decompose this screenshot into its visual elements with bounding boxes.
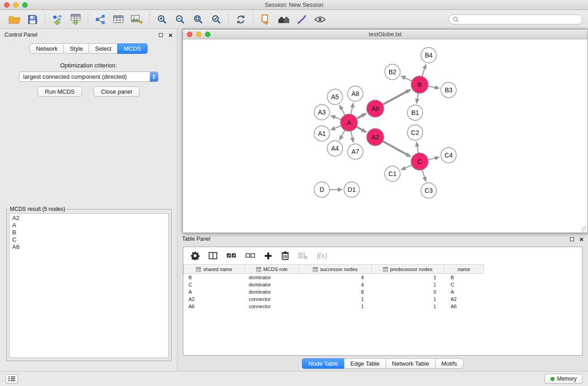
column-header-shared-name[interactable]: shared name [184,265,245,274]
open-session-button[interactable] [5,12,24,27]
add-column-button[interactable] [264,252,272,260]
table-cell[interactable]: 4 [299,274,372,281]
graph-node-B3[interactable]: B3 [441,82,456,98]
table-row[interactable]: A6connector11A6 [184,303,484,310]
run-mcds-button[interactable]: Run MCDS [38,86,82,97]
graph-node-B4[interactable]: B4 [421,48,436,63]
table-cell[interactable]: B [184,274,245,281]
zoom-in-button[interactable] [153,12,171,27]
refresh-button[interactable] [232,12,250,27]
graph-node-D[interactable]: D [314,182,330,197]
table-cell[interactable]: 1 [372,281,444,288]
graph-node-A8[interactable]: A8 [348,86,363,101]
tab-mcds[interactable]: MCDS [117,43,147,54]
table-cell[interactable]: connector [245,303,299,310]
memory-button[interactable]: Memory [545,374,583,384]
minimize-window-button[interactable] [13,2,19,8]
import-network-button[interactable] [48,12,67,27]
float-panel-icon[interactable] [159,33,163,37]
resize-grip[interactable] [581,226,587,232]
new-network-button[interactable] [91,12,110,27]
graph-node-A[interactable]: A [340,114,358,131]
column-header-predecessor-nodes[interactable]: predecessor nodes [372,265,444,274]
tab-select[interactable]: Select [89,43,118,54]
zoom-selected-button[interactable] [207,12,225,27]
table-row[interactable]: Bdominator41B [184,274,484,281]
graph-node-A3[interactable]: A3 [314,105,330,120]
table-cell[interactable]: A [184,288,245,295]
home-button[interactable] [275,12,293,27]
table-cell[interactable]: 1 [372,295,444,303]
table-cell[interactable]: C [184,281,245,288]
column-header-mcds-role[interactable]: MCDS role [245,265,299,274]
apply-layout-button[interactable] [257,12,275,27]
tab-node-table[interactable]: Node Table [302,358,344,369]
import-table-button[interactable] [67,12,85,27]
show-details-button[interactable] [311,12,329,27]
graph-node-D1[interactable]: D1 [344,182,359,197]
search-input[interactable] [461,16,578,23]
graph-node-C3[interactable]: C3 [421,183,436,198]
table-cell[interactable]: dominator [245,281,299,288]
network-minimize-button[interactable] [196,32,201,37]
table-cell[interactable]: C [444,281,484,288]
mcds-result-item[interactable]: A2 [10,214,168,222]
deselect-all-button[interactable] [245,253,255,259]
table-cell[interactable]: B [444,274,484,281]
save-session-button[interactable] [24,12,42,27]
table-cell[interactable]: 0 [372,288,444,295]
graph-node-B2[interactable]: B2 [385,64,400,80]
show-columns-button[interactable] [209,252,217,260]
table-cell[interactable]: connector [245,295,299,303]
delete-column-button[interactable] [281,251,289,260]
graph-node-A6[interactable]: A6 [367,100,384,117]
column-header-successor-nodes[interactable]: successor nodes [299,265,372,274]
tab-edge-table[interactable]: Edge Table [344,358,386,369]
show-task-history-button[interactable] [5,374,18,384]
table-cell[interactable]: dominator [245,288,299,295]
visual-styles-button[interactable] [293,12,311,27]
zoom-fit-button[interactable] [189,12,207,27]
function-builder-button[interactable]: f(x) [317,252,327,260]
graph-node-A1[interactable]: A1 [314,126,330,141]
network-maximize-button[interactable] [205,32,210,37]
graph-node-B1[interactable]: B1 [407,105,423,120]
graph-node-A4[interactable]: A4 [327,141,343,156]
table-cell[interactable]: 1 [372,274,444,281]
mcds-result-item[interactable]: B [10,229,168,236]
table-cell[interactable]: A6 [184,303,245,310]
float-table-panel-icon[interactable] [570,237,574,241]
delete-table-button[interactable] [298,252,308,259]
mcds-result-item[interactable]: A6 [10,243,168,251]
table-cell[interactable]: 4 [299,281,372,288]
network-close-button[interactable] [187,32,192,37]
maximize-window-button[interactable] [22,2,28,8]
graph-node-B[interactable]: B [411,76,428,93]
column-header-name[interactable]: name [444,265,484,274]
network-canvas[interactable]: B4B2BB3A5A8A6A3AB1A1A2C2A4A7C4CC1DD1C3 [183,40,588,233]
table-cell[interactable]: 1 [299,303,372,310]
table-row[interactable]: A2connector11A2 [184,295,484,303]
graph-node-C2[interactable]: C2 [407,125,423,140]
table-cell[interactable]: A2 [444,295,484,303]
tab-network[interactable]: Network [29,43,64,54]
mcds-result-item[interactable]: A [10,222,168,229]
table-cell[interactable]: 8 [299,288,372,295]
optimization-criterion-dropdown[interactable]: largest connected component (directed) [19,71,158,82]
tab-motifs[interactable]: Motifs [435,358,464,369]
table-cell[interactable]: 1 [372,303,444,310]
table-row[interactable]: Cdominator41C [184,281,484,288]
table-cell[interactable]: 1 [299,295,372,303]
tab-style[interactable]: Style [63,43,89,54]
select-all-button[interactable] [226,253,236,259]
graph-node-A7[interactable]: A7 [348,144,363,159]
graph-node-C1[interactable]: C1 [385,166,400,181]
graph-node-C4[interactable]: C4 [441,148,456,163]
export-image-button[interactable] [128,12,146,27]
graph-node-C[interactable]: C [411,153,428,170]
close-window-button[interactable] [4,2,10,8]
close-panel-icon[interactable]: × [168,32,172,38]
tab-network-table[interactable]: Network Table [386,358,435,369]
zoom-out-button[interactable] [171,12,189,27]
graph-node-A2[interactable]: A2 [367,129,384,146]
